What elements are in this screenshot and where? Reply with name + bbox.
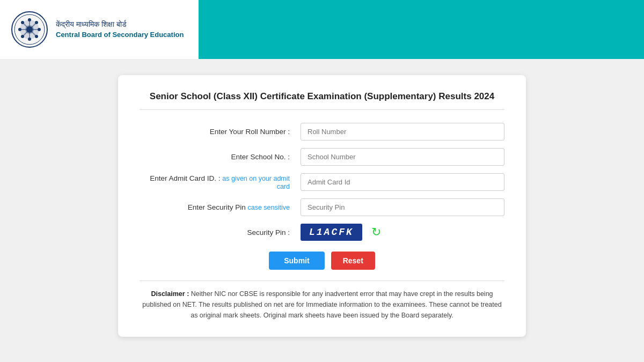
school-number-row: Enter School No. :: [140, 148, 504, 166]
svg-point-13: [21, 21, 24, 24]
roll-number-label: Enter Your Roll Number :: [140, 128, 301, 136]
admit-card-id-input[interactable]: [301, 173, 504, 191]
captcha-value: L1ACFK: [301, 224, 362, 241]
security-pin-blue-note: case sensitive: [247, 204, 290, 211]
submit-button[interactable]: Submit: [269, 252, 324, 270]
cbse-logo: [11, 11, 48, 48]
header-teal-bar: [199, 0, 644, 59]
school-number-label: Enter School No. :: [140, 153, 301, 161]
security-pin-label: Enter Security Pin case sensitive: [140, 203, 301, 211]
refresh-icon: ↻: [371, 225, 381, 239]
disclaimer: Disclaimer : Neither NIC nor CBSE is res…: [140, 280, 504, 321]
refresh-captcha-button[interactable]: ↻: [368, 224, 385, 241]
svg-point-10: [28, 38, 31, 41]
roll-number-input[interactable]: [301, 123, 504, 141]
svg-point-16: [21, 35, 24, 38]
admit-card-blue-note: as given on your admit card: [222, 175, 290, 190]
svg-point-11: [18, 28, 21, 31]
security-pin-input[interactable]: [301, 198, 504, 216]
captcha-row: Security Pin : L1ACFK ↻: [140, 224, 504, 241]
captcha-label: Security Pin :: [140, 228, 301, 237]
roll-number-row: Enter Your Roll Number :: [140, 123, 504, 141]
svg-point-8: [26, 26, 33, 33]
org-text: केंद्रीय माध्यमिक शिक्षा बोर्ड Central B…: [56, 19, 184, 40]
button-row: Submit Reset: [140, 252, 504, 270]
svg-point-12: [38, 28, 41, 31]
svg-point-9: [28, 18, 31, 21]
form-title: Senior School (Class XII) Certificate Ex…: [140, 91, 504, 110]
admit-card-id-row: Enter Admit Card ID. : as given on your …: [140, 173, 504, 191]
captcha-display: L1ACFK ↻: [301, 224, 385, 241]
org-english-label: Central Board of Secondary Education: [56, 30, 184, 40]
disclaimer-bold: Disclaimer :: [151, 290, 189, 298]
admit-card-id-label: Enter Admit Card ID. : as given on your …: [140, 174, 301, 190]
header: केंद्रीय माध्यमिक शिक्षा बोर्ड Central B…: [0, 0, 644, 59]
reset-button[interactable]: Reset: [331, 252, 375, 270]
form-card: Senior School (Class XII) Certificate Ex…: [118, 75, 526, 337]
school-number-input[interactable]: [301, 148, 504, 166]
svg-point-14: [35, 35, 38, 38]
disclaimer-text: Neither NIC nor CBSE is responsible for …: [142, 290, 501, 319]
svg-point-15: [35, 21, 38, 24]
org-hindi-label: केंद्रीय माध्यमिक शिक्षा बोर्ड: [56, 19, 184, 30]
security-pin-row: Enter Security Pin case sensitive: [140, 198, 504, 216]
header-left: केंद्रीय माध्यमिक शिक्षा बोर्ड Central B…: [0, 5, 199, 54]
main-content: Senior School (Class XII) Certificate Ex…: [0, 59, 644, 362]
